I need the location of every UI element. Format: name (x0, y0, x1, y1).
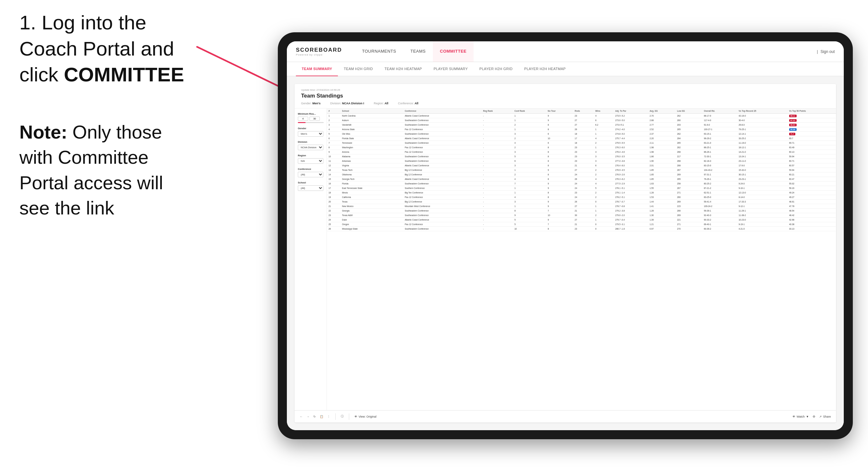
nav-committee[interactable]: COMMITTEE (433, 41, 474, 62)
conference-name: Pac-12 Conference (403, 145, 482, 150)
region-select[interactable]: N/A (298, 158, 323, 164)
table-row[interactable]: 13 Texas Tech Big 12 Conference - 1 9 27… (327, 168, 836, 173)
table-row[interactable]: 11 Arkansas Southeastern Conference - 6 … (327, 159, 836, 163)
reg-rank: - (481, 182, 513, 186)
rnds: 23 (573, 159, 594, 163)
rank-cell: 8 (327, 145, 340, 150)
division-select[interactable]: NCAA Division I (298, 145, 323, 150)
overall: 86-25-1 (702, 145, 737, 150)
rank-cell: 25 (327, 222, 340, 227)
share-button[interactable]: ↗ Share (819, 415, 831, 418)
overall: 83-25-0 (702, 195, 737, 199)
vs-top-rec: 42-16-0 (737, 114, 787, 118)
sub-nav-player-h2h-heatmap[interactable]: PLAYER H2H HEATMAP (519, 62, 571, 76)
rank-cell: 20 (327, 199, 340, 204)
wins: 4 (594, 150, 614, 154)
sub-nav-player-h2h-grid[interactable]: PLAYER H2H GRID (473, 62, 519, 76)
instruction-text: 1. Log into the Coach Portal and click C… (20, 10, 207, 88)
table-row[interactable]: 15 Georgia Tech Atlantic Coast Conferenc… (327, 177, 836, 182)
table-row[interactable]: 10 Alabama Southeastern Conference - 5 8… (327, 154, 836, 159)
sign-out-link[interactable]: Sign out (820, 50, 835, 54)
conference-select[interactable]: (All) (298, 172, 323, 177)
table-row[interactable]: 6 Florida State Atlantic Coast Conferenc… (327, 136, 836, 141)
rnds: 23 (573, 227, 594, 231)
table-row[interactable]: 25 Oregon Pac-12 Conference - 5 7 21 0 2… (327, 222, 836, 227)
no-tour: 7 (546, 222, 574, 227)
sub-nav-team-h2h-grid[interactable]: TEAM H2H GRID (338, 62, 379, 76)
toolbar-info[interactable]: ⓘ (341, 414, 344, 418)
table-row[interactable]: 8 Washington Pac-12 Conference - 2 8 23 … (327, 145, 836, 150)
overall: 104-43-2 (702, 168, 737, 173)
table-row[interactable]: 22 Georgia Southeastern Conference - 8 7… (327, 209, 836, 213)
table-row[interactable]: 1 North Carolina Atlantic Coast Conferen… (327, 114, 836, 118)
low-sg: 262 (676, 114, 702, 118)
table-row[interactable]: 26 Mississippi State Southeastern Confer… (327, 227, 836, 231)
conference-name: Pac-12 Conference (403, 150, 482, 154)
nav-teams[interactable]: TEAMS (403, 41, 433, 62)
table-row[interactable]: 19 California Pac-12 Conference - 4 8 24… (327, 195, 836, 199)
table-row[interactable]: 3 Vanderbilt Southeastern Conference - 2… (327, 123, 836, 127)
no-tour: 9 (546, 186, 574, 191)
rnds: 23 (573, 114, 594, 118)
school-name: Oklahoma (340, 173, 403, 177)
reg-rank: - (481, 168, 513, 173)
school-name: Texas (340, 199, 403, 204)
wins: 1 (594, 209, 614, 213)
table-row[interactable]: 4 Arizona State Pac-12 Conference - 1 8 … (327, 127, 836, 132)
slider-fill (298, 122, 306, 123)
table-row[interactable]: 20 Texas Big 12 Conference - 3 9 26 0 27… (327, 199, 836, 204)
rnds: 23 (573, 191, 594, 195)
school-name: Oregon (340, 222, 403, 227)
overall: 62-51-1 (702, 191, 737, 195)
toolbar-refresh[interactable]: ↻ (313, 415, 316, 418)
reg-rank: - (481, 177, 513, 182)
table-row[interactable]: 14 Oklahoma Big 12 Conference - 2 8 24 2… (327, 173, 836, 177)
nav-tournaments[interactable]: TOURNAMENTS (355, 41, 403, 62)
no-tour: 8 (546, 173, 574, 177)
sub-nav-team-h2h-heatmap[interactable]: TEAM H2H HEATMAP (379, 62, 428, 76)
sub-nav-player-summary[interactable]: PLAYER SUMMARY (428, 62, 473, 76)
rank-cell: 24 (327, 218, 340, 222)
rounds-slider[interactable] (298, 122, 324, 123)
toolbar-redo[interactable]: → (307, 415, 309, 418)
table-row[interactable]: 2 Auburn Southeastern Conference - 1 9 2… (327, 118, 836, 123)
table-row[interactable]: 5 Ole Miss Southeastern Conference - 3 6… (327, 132, 836, 136)
table-row[interactable]: 23 Texas A&M Southeastern Conference - 9… (327, 213, 836, 218)
standings-title: Team Standings (301, 93, 830, 99)
table-row[interactable]: 21 New Mexico Mountain West Conference -… (327, 204, 836, 209)
rnds: 30 (573, 213, 594, 218)
school-select[interactable]: (All) (298, 185, 323, 191)
logo-title: SCOREBOARD (296, 47, 342, 53)
view-original-button[interactable]: 👁 View: Original (354, 415, 376, 418)
toolbar-fullscreen[interactable]: ✠ (813, 415, 815, 418)
table-row[interactable]: 7 Tennessee Southeastern Conference - 4 … (327, 141, 836, 145)
table-row[interactable]: 12 Virginia Atlantic Coast Conference - … (327, 163, 836, 168)
rank-cell: 5 (327, 132, 340, 136)
toolbar-undo[interactable]: ← (300, 415, 303, 418)
sub-nav-team-summary[interactable]: TEAM SUMMARY (296, 62, 338, 76)
vs-top-pts: 60.13 (787, 150, 836, 154)
max-rounds-input[interactable] (309, 117, 320, 121)
school-name: Auburn (340, 118, 403, 123)
overall: 92-40-3 (702, 213, 737, 218)
table-row[interactable]: 17 East Tennessee State Southern Confere… (327, 186, 836, 191)
rnds: 23 (573, 150, 594, 154)
table-row[interactable]: 18 Illinois Big Ten Conference - 1 8 23 … (327, 191, 836, 195)
toolbar-more[interactable]: ⋮ (327, 415, 330, 418)
conference-name: Southeastern Conference (403, 123, 482, 127)
table-row[interactable]: 16 Florida Southeastern Conference - 7 9… (327, 182, 836, 186)
low-sg: 268 (676, 150, 702, 154)
conf-rank: 4 (513, 195, 546, 199)
table-row[interactable]: 24 Duke Atlantic Coast Conference - 5 9 … (327, 218, 836, 222)
adj-par: 279.2 -3.8 (614, 209, 648, 213)
table-row[interactable]: 9 Arizona Pac-12 Conference - 3 8 23 4 2… (327, 150, 836, 154)
no-tour: 10 (546, 136, 574, 141)
instruction-area: 1. Log into the Coach Portal and click C… (20, 10, 207, 88)
toolbar-copy[interactable]: 📋 (320, 415, 323, 418)
gender-select[interactable]: Men's (298, 131, 323, 136)
overall: 96-29-2 (702, 136, 737, 141)
wins: 1 (594, 218, 614, 222)
col-avg-sg: Avg. SG (648, 108, 676, 114)
watch-button[interactable]: 👁 Watch ▼ (793, 415, 809, 418)
min-rounds-input[interactable] (298, 117, 308, 121)
